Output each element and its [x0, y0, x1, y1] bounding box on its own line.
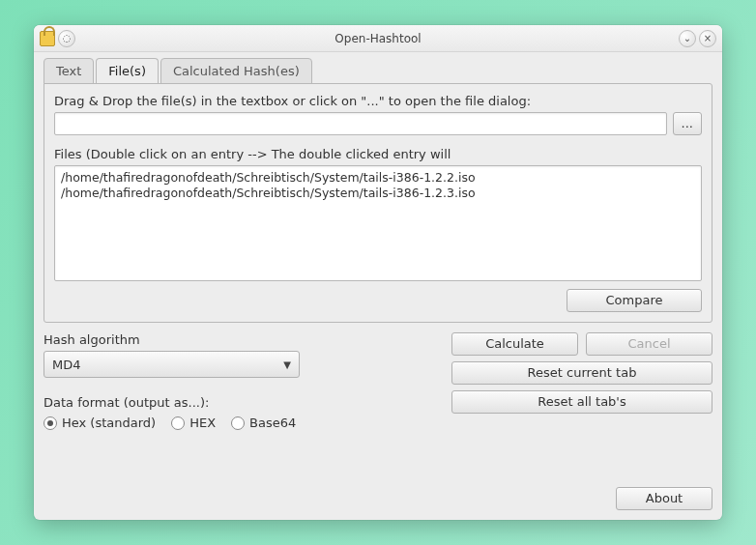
about-button[interactable]: About: [616, 487, 712, 510]
radio-label: Hex (standard): [62, 416, 156, 430]
main-window: ◌ Open-Hashtool ⌄ × Text File(s) Calcula…: [34, 25, 722, 520]
list-item[interactable]: /home/thafiredragonofdeath/Schreibtisch/…: [61, 170, 695, 186]
radio-base64[interactable]: Base64: [231, 416, 296, 430]
tab-bar: Text File(s) Calculated Hash(es): [44, 58, 712, 84]
hash-algo-label: Hash algorithm: [44, 332, 438, 347]
file-list-label: Files (Double click on an entry --> The …: [54, 147, 702, 161]
calculate-button[interactable]: Calculate: [451, 332, 578, 356]
reset-current-tab-button[interactable]: Reset current tab: [451, 361, 712, 385]
close-button[interactable]: ×: [699, 30, 716, 47]
radio-label: HEX: [189, 416, 216, 430]
hash-algo-value: MD4: [52, 358, 81, 372]
lock-icon: [40, 31, 55, 46]
file-listbox[interactable]: /home/thafiredragonofdeath/Schreibtisch/…: [54, 165, 702, 281]
file-path-input[interactable]: [54, 112, 667, 135]
hash-algo-select[interactable]: MD4 ▼: [44, 351, 300, 378]
tab-files[interactable]: File(s): [96, 58, 159, 84]
lower-controls: Hash algorithm MD4 ▼ Data format (output…: [44, 332, 712, 430]
window-title: Open-Hashtool: [34, 32, 722, 45]
radio-dot-icon: [231, 416, 245, 430]
radio-dot-icon: [44, 416, 57, 430]
tab-calculated-hashes[interactable]: Calculated Hash(es): [160, 58, 312, 84]
radio-dot-icon: [171, 416, 185, 430]
reset-all-tabs-button[interactable]: Reset all tab's: [451, 390, 712, 414]
drag-drop-label: Drag & Drop the file(s) in the textbox o…: [54, 94, 702, 108]
footer: About: [44, 477, 712, 510]
tab-text[interactable]: Text: [44, 58, 94, 84]
minimize-button[interactable]: ⌄: [679, 30, 696, 47]
data-format-label: Data format (output as...):: [44, 395, 438, 410]
list-item[interactable]: /home/thafiredragonofdeath/Schreibtisch/…: [61, 186, 695, 201]
content-area: Text File(s) Calculated Hash(es) Drag & …: [34, 52, 722, 520]
radio-hex-upper[interactable]: HEX: [171, 416, 216, 430]
files-panel: Drag & Drop the file(s) in the textbox o…: [44, 83, 712, 323]
data-format-radios: Hex (standard) HEX Base64: [44, 416, 438, 430]
chevron-down-icon: ▼: [283, 359, 291, 370]
cancel-button[interactable]: Cancel: [586, 332, 712, 356]
titlebar: ◌ Open-Hashtool ⌄ ×: [34, 25, 722, 52]
window-menu-button[interactable]: ◌: [58, 30, 75, 47]
radio-label: Base64: [249, 416, 296, 430]
browse-button[interactable]: ...: [673, 112, 702, 135]
radio-hex-standard[interactable]: Hex (standard): [44, 416, 156, 430]
compare-button[interactable]: Compare: [567, 289, 702, 312]
